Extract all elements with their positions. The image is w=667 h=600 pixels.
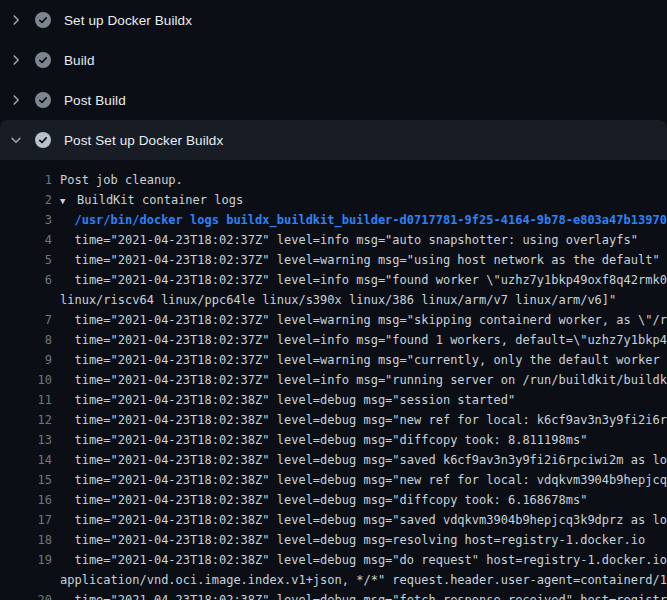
- log-line-number[interactable]: 8: [0, 330, 52, 350]
- log-line: 14 time="2021-04-23T18:02:38Z" level=deb…: [0, 450, 667, 470]
- log-line-text: time="2021-04-23T18:02:37Z" level=info m…: [60, 230, 638, 250]
- log-line: 4 time="2021-04-23T18:02:37Z" level=info…: [0, 230, 667, 250]
- log-line-number[interactable]: 13: [0, 430, 52, 450]
- log-line-text: time="2021-04-23T18:02:37Z" level=warnin…: [60, 350, 667, 370]
- log-line-number[interactable]: 2: [0, 190, 52, 210]
- chevron-right-icon[interactable]: [9, 12, 23, 28]
- chevron-down-icon[interactable]: [9, 132, 23, 148]
- actions-job-log-panel: Set up Docker Buildx Build P: [0, 0, 667, 600]
- log-line-number[interactable]: 6: [0, 270, 52, 290]
- step-row-post-build[interactable]: Post Build: [0, 80, 667, 120]
- log-line: 5 time="2021-04-23T18:02:37Z" level=warn…: [0, 250, 667, 270]
- log-line-number[interactable]: 5: [0, 250, 52, 270]
- log-line: 11 time="2021-04-23T18:02:38Z" level=deb…: [0, 390, 667, 410]
- log-line-text: time="2021-04-23T18:02:37Z" level=info m…: [60, 270, 667, 290]
- check-circle-icon: [35, 12, 51, 28]
- step-row-post-set-up-docker-buildx[interactable]: Post Set up Docker Buildx: [0, 120, 667, 160]
- log-line-text: time="2021-04-23T18:02:38Z" level=debug …: [60, 590, 667, 600]
- log-line-text: application/vnd.oci.image.index.v1+json,…: [60, 570, 667, 590]
- log-line-text: time="2021-04-23T18:02:38Z" level=debug …: [60, 410, 667, 430]
- log-line: 6 time="2021-04-23T18:02:37Z" level=info…: [0, 270, 667, 290]
- step-label: Post Set up Docker Buildx: [64, 133, 223, 148]
- log-line: 16 time="2021-04-23T18:02:38Z" level=deb…: [0, 490, 667, 510]
- log-line-wrap: application/vnd.oci.image.index.v1+json,…: [0, 570, 667, 590]
- log-line: 1 Post job cleanup.: [0, 170, 667, 190]
- log-line-number[interactable]: 17: [0, 510, 52, 530]
- log-line-number[interactable]: 18: [0, 530, 52, 550]
- log-line: 19 time="2021-04-23T18:02:38Z" level=deb…: [0, 550, 667, 570]
- log-line-text: time="2021-04-23T18:02:38Z" level=debug …: [60, 550, 667, 570]
- log-line-text: time="2021-04-23T18:02:38Z" level=debug …: [60, 510, 667, 530]
- log-line-text: /usr/bin/docker logs buildx_buildkit_bui…: [60, 210, 667, 230]
- log-line: 10 time="2021-04-23T18:02:37Z" level=inf…: [0, 370, 667, 390]
- log-line: 12 time="2021-04-23T18:02:38Z" level=deb…: [0, 410, 667, 430]
- log-line: 13 time="2021-04-23T18:02:38Z" level=deb…: [0, 430, 667, 450]
- log-line-number[interactable]: 3: [0, 210, 52, 230]
- chevron-right-icon[interactable]: [9, 52, 23, 68]
- log-group-toggle-icon[interactable]: ▼: [60, 191, 77, 211]
- log-viewer: 1 Post job cleanup. 2 ▼BuildKit containe…: [0, 170, 667, 600]
- check-circle-icon: [35, 132, 51, 148]
- step-label: Build: [64, 53, 95, 68]
- log-line: 9 time="2021-04-23T18:02:37Z" level=warn…: [0, 350, 667, 370]
- check-circle-icon: [35, 52, 51, 68]
- log-line-command: 3 /usr/bin/docker logs buildx_buildkit_b…: [0, 210, 667, 230]
- log-line-text: time="2021-04-23T18:02:37Z" level=info m…: [60, 330, 667, 350]
- log-line-number[interactable]: [0, 570, 52, 590]
- step-row-build[interactable]: Build: [0, 40, 667, 80]
- log-line-text: time="2021-04-23T18:02:37Z" level=warnin…: [60, 310, 667, 330]
- step-row-set-up-docker-buildx[interactable]: Set up Docker Buildx: [0, 0, 667, 40]
- log-line-number[interactable]: 16: [0, 490, 52, 510]
- log-line-number[interactable]: 12: [0, 410, 52, 430]
- log-line-number[interactable]: 7: [0, 310, 52, 330]
- log-line-number[interactable]: 15: [0, 470, 52, 490]
- log-line-text: time="2021-04-23T18:02:38Z" level=debug …: [60, 470, 667, 490]
- log-line: 18 time="2021-04-23T18:02:38Z" level=deb…: [0, 530, 667, 550]
- step-label: Post Build: [64, 93, 126, 108]
- log-line-text: time="2021-04-23T18:02:38Z" level=debug …: [60, 490, 587, 510]
- log-line: 7 time="2021-04-23T18:02:37Z" level=warn…: [0, 310, 667, 330]
- log-line-text: Post job cleanup.: [60, 170, 183, 190]
- log-line-text: linux/riscv64 linux/ppc64le linux/s390x …: [60, 290, 616, 310]
- log-line: 20 time="2021-04-23T18:02:38Z" level=deb…: [0, 590, 667, 600]
- log-line-text: time="2021-04-23T18:02:38Z" level=debug …: [60, 430, 587, 450]
- log-line-number[interactable]: 11: [0, 390, 52, 410]
- log-line-number[interactable]: 14: [0, 450, 52, 470]
- log-line-text: time="2021-04-23T18:02:38Z" level=debug …: [60, 530, 645, 550]
- log-line-text: time="2021-04-23T18:02:38Z" level=debug …: [60, 450, 667, 470]
- log-line-text: time="2021-04-23T18:02:37Z" level=info m…: [60, 370, 667, 390]
- log-line-text: time="2021-04-23T18:02:38Z" level=debug …: [60, 390, 515, 410]
- log-line-number[interactable]: 20: [0, 590, 52, 600]
- log-line-number[interactable]: [0, 290, 52, 310]
- log-line-text: time="2021-04-23T18:02:37Z" level=warnin…: [60, 250, 660, 270]
- steps-list: Set up Docker Buildx Build P: [0, 0, 667, 160]
- chevron-right-icon[interactable]: [9, 92, 23, 108]
- step-label: Set up Docker Buildx: [64, 13, 192, 28]
- log-line: 8 time="2021-04-23T18:02:37Z" level=info…: [0, 330, 667, 350]
- log-line: 2 ▼BuildKit container logs: [0, 190, 667, 210]
- check-circle-icon: [35, 92, 51, 108]
- log-line: 15 time="2021-04-23T18:02:38Z" level=deb…: [0, 470, 667, 490]
- log-line: 17 time="2021-04-23T18:02:38Z" level=deb…: [0, 510, 667, 530]
- log-line-number[interactable]: 10: [0, 370, 52, 390]
- log-line-number[interactable]: 19: [0, 550, 52, 570]
- log-line-number[interactable]: 9: [0, 350, 52, 370]
- log-line-number[interactable]: 4: [0, 230, 52, 250]
- log-line-wrap: linux/riscv64 linux/ppc64le linux/s390x …: [0, 290, 667, 310]
- log-line-number[interactable]: 1: [0, 170, 52, 190]
- log-line-text: ▼BuildKit container logs: [60, 190, 243, 210]
